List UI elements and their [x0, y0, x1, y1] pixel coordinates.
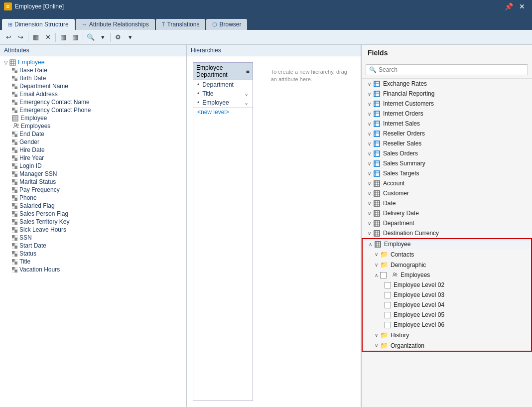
field-employees-group[interactable]: ∧ Employees	[363, 270, 531, 280]
attr-hire-year[interactable]: Hire Year	[2, 154, 184, 162]
svg-rect-82	[12, 222, 14, 225]
field-exchange-rates[interactable]: ∨ Exchange Rates	[362, 79, 532, 89]
field-customer[interactable]: ∨ Customer	[362, 188, 532, 198]
undo-button[interactable]: ↩	[3, 32, 14, 43]
close-button[interactable]: ✕	[516, 1, 528, 11]
attr-gender[interactable]: Gender	[2, 138, 184, 146]
field-demographic[interactable]: ∨ 📁 Demographic	[363, 260, 531, 270]
attr-employees[interactable]: Employees	[2, 122, 184, 130]
attributes-header: Attributes	[0, 45, 186, 56]
field-internet-sales[interactable]: ∨ Internet Sales	[362, 119, 532, 129]
field-destination-currency[interactable]: ∨ Destination Currency	[362, 228, 532, 238]
field-reseller-orders[interactable]: ∨ Reseller Orders	[362, 129, 532, 138]
employee-chevron-icon[interactable]: ⌄	[244, 100, 249, 106]
grid-view-button[interactable]: ▦	[30, 32, 41, 43]
tab-dimension-structure[interactable]: ⊞ Dimension Structure	[2, 19, 75, 30]
field-reseller-sales[interactable]: ∨ Reseller Sales	[362, 138, 532, 148]
field-sales-summary[interactable]: ∨ Sales Summary	[362, 158, 532, 168]
attr-email-address[interactable]: Email Address	[2, 90, 184, 98]
right-panel: Fields 🔍 ∨ Exchange Rates ∨	[361, 45, 532, 407]
attr-start-date[interactable]: Start Date	[2, 242, 184, 250]
field-employee[interactable]: ∧ Employee	[363, 239, 531, 249]
attr-employee-root[interactable]: ▽ Employee	[2, 58, 184, 66]
attr-hire-date[interactable]: Hire Date	[2, 146, 184, 154]
field-sales-orders[interactable]: ∨ Sales Orders	[362, 148, 532, 158]
employees-checkbox[interactable]	[380, 272, 387, 278]
attr-sales-territory-key[interactable]: Sales Territory Key	[2, 218, 184, 226]
field-emp-level-03[interactable]: Employee Level 03	[363, 290, 531, 300]
emp-level-02-checkbox[interactable]	[385, 282, 391, 288]
attr-base-rate[interactable]: Base Rate	[2, 66, 184, 74]
emp-level-06-checkbox[interactable]	[385, 322, 391, 328]
sales-orders-label: Sales Orders	[383, 150, 418, 157]
attr-sales-territory-key-label: Sales Territory Key	[19, 218, 69, 225]
settings-dropdown[interactable]: ▾	[125, 32, 135, 43]
attr-manager-ssn[interactable]: Manager SSN	[2, 170, 184, 178]
search-box[interactable]: 🔍	[366, 64, 528, 75]
field-history[interactable]: ∨ 📁 History	[363, 330, 531, 340]
table-button[interactable]: ▦	[58, 32, 69, 43]
attr-birth-date[interactable]: Birth Date	[2, 74, 184, 82]
pin-button[interactable]: 📌	[502, 1, 516, 11]
svg-rect-58	[12, 174, 14, 177]
attr-ssn-label: SSN	[19, 234, 32, 241]
field-emp-level-06[interactable]: Employee Level 06	[363, 320, 531, 330]
svg-rect-135	[374, 171, 380, 176]
attr-salaried-flag[interactable]: Salaried Flag	[2, 202, 184, 210]
employee-level-label: Employee	[202, 99, 229, 106]
field-department[interactable]: ∨ Department	[362, 218, 532, 228]
attr-login-id[interactable]: Login ID	[2, 162, 184, 170]
svg-rect-49	[15, 155, 17, 158]
field-internet-customers[interactable]: ∨ Internet Customers	[362, 99, 532, 109]
field-emp-level-04[interactable]: Employee Level 04	[363, 300, 531, 310]
attr-status[interactable]: Status	[2, 250, 184, 258]
attr-emergency-contact-phone[interactable]: Emergency Contact Phone	[2, 106, 184, 114]
field-organization[interactable]: ∨ 📁 Organization	[363, 340, 531, 351]
attr-ssn[interactable]: SSN	[2, 234, 184, 242]
attr-vacation-hours[interactable]: Vacation Hours	[2, 266, 184, 273]
attr-marital-status[interactable]: Marital Status	[2, 178, 184, 186]
field-contacts[interactable]: ∨ 📁 Contacts	[363, 249, 531, 260]
field-emp-level-05[interactable]: Employee Level 05	[363, 310, 531, 320]
field-financial-reporting[interactable]: ∨ Financial Reporting	[362, 89, 532, 99]
destination-currency-label: Destination Currency	[383, 230, 439, 237]
svg-rect-25	[12, 108, 14, 110]
attr-title[interactable]: Title	[2, 258, 184, 266]
tab-translations[interactable]: T Translations	[156, 19, 206, 30]
settings-button[interactable]: ⚙	[113, 32, 124, 43]
hierarchy-level-title[interactable]: • Title ⌄	[193, 89, 253, 98]
attr-sales-person-flag[interactable]: Sales Person Flag	[2, 210, 184, 218]
field-emp-level-02[interactable]: Employee Level 02	[363, 280, 531, 290]
attr-department-name[interactable]: Department Name	[2, 82, 184, 90]
attributes-tree[interactable]: ▽ Employee Base Rate	[0, 56, 186, 407]
field-sales-targets[interactable]: ∨ Sales Targets	[362, 168, 532, 178]
search-input[interactable]	[379, 66, 525, 73]
hierarchy-level-employee[interactable]: • Employee ⌄	[193, 98, 253, 107]
hierarchy-level-department[interactable]: • Department	[193, 80, 253, 89]
field-delivery-date[interactable]: ∨ Delivery Date	[362, 208, 532, 218]
redo-button[interactable]: ↪	[15, 32, 26, 43]
field-account[interactable]: ∨ Account	[362, 178, 532, 188]
title-chevron-icon[interactable]: ⌄	[244, 91, 249, 97]
field-internet-orders[interactable]: ∨ Internet Orders	[362, 109, 532, 119]
attr-pay-frequency[interactable]: Pay Frequency	[2, 186, 184, 194]
emp-level-05-checkbox[interactable]	[385, 312, 391, 318]
attr-sales-person-flag-label: Sales Person Flag	[19, 210, 68, 217]
attr-emergency-contact-name[interactable]: Emergency Contact Name	[2, 98, 184, 106]
hierarchy-expand-icon[interactable]: ≡	[246, 68, 250, 75]
tab-attribute-relationships[interactable]: ↔ Attribute Relationships	[76, 19, 155, 30]
emp-level-03-checkbox[interactable]	[385, 292, 391, 298]
zoom-dropdown[interactable]: ▾	[97, 32, 108, 43]
delete-button[interactable]: ✕	[42, 32, 53, 43]
attr-employee[interactable]: Employee	[2, 114, 184, 122]
field-date[interactable]: ∨ Date	[362, 198, 532, 208]
tab-browser[interactable]: ⬡ Browser	[206, 19, 247, 30]
attr-end-date[interactable]: End Date	[2, 130, 184, 138]
emp-level-04-checkbox[interactable]	[385, 302, 391, 308]
attr-sick-leave-hours[interactable]: Sick Leave Hours	[2, 226, 184, 234]
hierarchy-new-level[interactable]: <new level>	[193, 107, 253, 117]
fields-list[interactable]: ∨ Exchange Rates ∨ Financial Reporting ∨	[362, 79, 532, 407]
attr-phone[interactable]: Phone	[2, 194, 184, 202]
table2-button[interactable]: ▦	[70, 32, 81, 43]
zoom-button[interactable]: 🔍	[85, 32, 96, 43]
